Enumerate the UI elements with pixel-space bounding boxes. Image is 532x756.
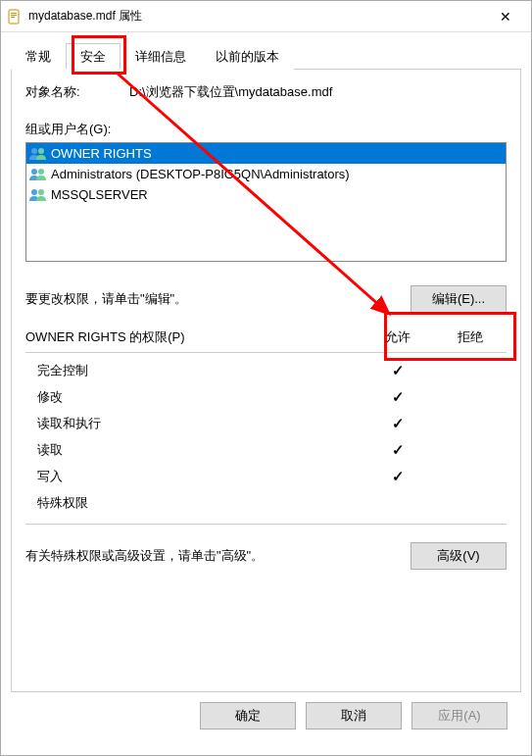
content-area: 常规 安全 详细信息 以前的版本 对象名称: D:\浏览器下载位置\mydata… (1, 32, 531, 755)
svg-point-6 (31, 169, 37, 175)
users-icon (28, 146, 48, 162)
object-value: D:\浏览器下载位置\mydatabase.mdf (129, 83, 332, 101)
permission-name: 写入 (37, 468, 362, 485)
svg-point-7 (38, 169, 44, 175)
security-tab-body: 对象名称: D:\浏览器下载位置\mydatabase.mdf 组或用户名(G)… (11, 70, 521, 692)
properties-window: mydatabase.mdf 属性 ✕ 常规 安全 详细信息 以前的版本 对象名… (0, 0, 532, 756)
window-title: mydatabase.mdf 属性 (28, 8, 486, 25)
list-item[interactable]: OWNER RIGHTS (26, 143, 506, 164)
svg-rect-2 (11, 15, 17, 16)
list-item-label: MSSQLSERVER (51, 185, 148, 204)
allow-column-header: 允许 (362, 328, 434, 346)
deny-column-header: 拒绝 (434, 328, 507, 346)
object-row: 对象名称: D:\浏览器下载位置\mydatabase.mdf (25, 83, 507, 101)
permissions-table: 完全控制 ✓ 修改 ✓ 读取和执行 ✓ 读取 ✓ (25, 352, 507, 525)
ok-button[interactable]: 确定 (200, 702, 296, 730)
users-icon (28, 167, 48, 182)
tab-previous-versions[interactable]: 以前的版本 (201, 43, 294, 70)
permission-name: 修改 (37, 388, 362, 406)
dialog-buttons: 确定 取消 应用(A) (11, 692, 521, 745)
object-label: 对象名称: (25, 83, 129, 101)
permission-name: 读取 (37, 441, 362, 459)
list-item[interactable]: MSSQLSERVER (26, 184, 506, 205)
groups-label: 组或用户名(G): (25, 121, 507, 138)
cancel-button[interactable]: 取消 (306, 702, 402, 730)
tab-general[interactable]: 常规 (11, 43, 66, 70)
list-item[interactable]: Administrators (DESKTOP-P8IG5QN\Administ… (26, 164, 506, 184)
tab-security[interactable]: 安全 (66, 43, 121, 70)
checkmark-icon: ✓ (362, 388, 434, 406)
svg-point-4 (31, 148, 37, 154)
svg-point-8 (31, 189, 37, 195)
permission-row: 写入 ✓ (25, 463, 507, 489)
close-button[interactable]: ✕ (486, 1, 525, 31)
permission-row: 特殊权限 (25, 489, 507, 516)
list-item-label: OWNER RIGHTS (51, 144, 152, 163)
permission-row: 读取和执行 ✓ (25, 410, 507, 436)
titlebar: mydatabase.mdf 属性 ✕ (1, 1, 531, 32)
advanced-hint-text: 有关特殊权限或高级设置，请单击"高级"。 (25, 547, 411, 565)
permission-name: 读取和执行 (37, 415, 362, 432)
svg-point-9 (38, 189, 44, 195)
edit-button[interactable]: 编辑(E)... (411, 285, 507, 313)
permission-name: 完全控制 (37, 362, 362, 379)
tab-strip: 常规 安全 详细信息 以前的版本 (11, 42, 521, 70)
permission-row: 读取 ✓ (25, 436, 507, 463)
advanced-row: 有关特殊权限或高级设置，请单击"高级"。 高级(V) (25, 542, 507, 570)
permissions-title: OWNER RIGHTS 的权限(P) (25, 328, 362, 346)
checkmark-icon: ✓ (362, 415, 434, 432)
apply-button[interactable]: 应用(A) (411, 702, 508, 730)
advanced-button[interactable]: 高级(V) (411, 542, 507, 570)
svg-rect-3 (11, 17, 15, 18)
permission-row: 修改 ✓ (25, 383, 507, 410)
groups-listbox[interactable]: OWNER RIGHTS Administrators (DESKTOP-P8I… (25, 142, 507, 262)
file-icon (7, 9, 23, 25)
users-icon (28, 187, 48, 203)
list-item-label: Administrators (DESKTOP-P8IG5QN\Administ… (51, 165, 350, 183)
checkmark-icon: ✓ (362, 468, 434, 485)
checkmark-icon: ✓ (362, 362, 434, 379)
checkmark-icon: ✓ (362, 441, 434, 459)
svg-rect-1 (11, 13, 17, 14)
edit-hint-text: 要更改权限，请单击"编辑"。 (25, 290, 411, 308)
edit-permissions-row: 要更改权限，请单击"编辑"。 编辑(E)... (25, 285, 507, 313)
svg-point-5 (38, 148, 44, 154)
permission-row: 完全控制 ✓ (25, 357, 507, 383)
permission-name: 特殊权限 (37, 494, 362, 512)
permissions-header: OWNER RIGHTS 的权限(P) 允许 拒绝 (25, 328, 507, 346)
tab-details[interactable]: 详细信息 (121, 43, 201, 70)
